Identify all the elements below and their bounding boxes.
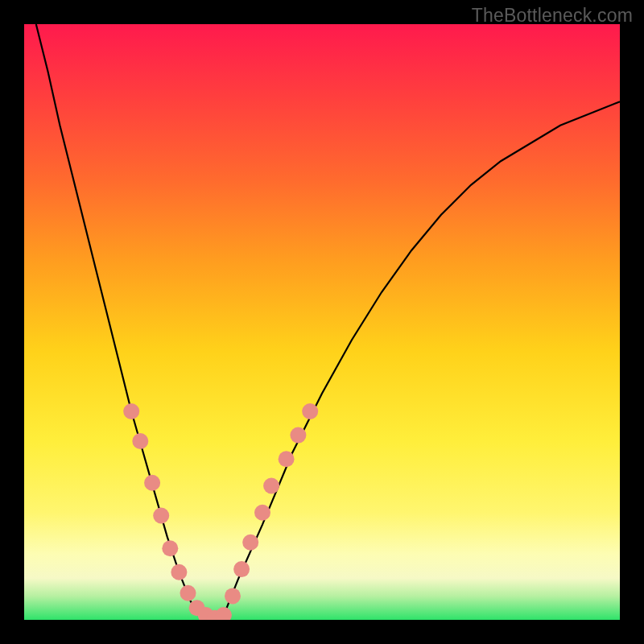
curve-marker — [263, 478, 279, 494]
plot-area — [24, 24, 620, 620]
curve-marker — [171, 564, 187, 580]
bottleneck-curve — [36, 24, 620, 620]
curve-marker — [132, 433, 148, 449]
curve-marker — [242, 535, 258, 551]
curve-marker — [123, 403, 139, 419]
curve-marker — [279, 451, 295, 467]
curve-marker — [180, 585, 196, 601]
curve-marker — [290, 427, 306, 444]
curve-marker — [225, 588, 241, 604]
curve-marker — [254, 505, 270, 521]
curve-marker — [144, 475, 160, 491]
watermark-text: TheBottleneck.com — [472, 5, 633, 27]
chart-frame: TheBottleneck.com — [0, 0, 644, 644]
curve-marker — [233, 561, 250, 577]
curve-markers — [123, 403, 318, 620]
curve-marker — [216, 607, 232, 620]
curve-marker — [153, 508, 169, 524]
curve-marker — [162, 540, 178, 556]
curve-marker — [302, 403, 318, 419]
curve-svg — [24, 24, 620, 620]
